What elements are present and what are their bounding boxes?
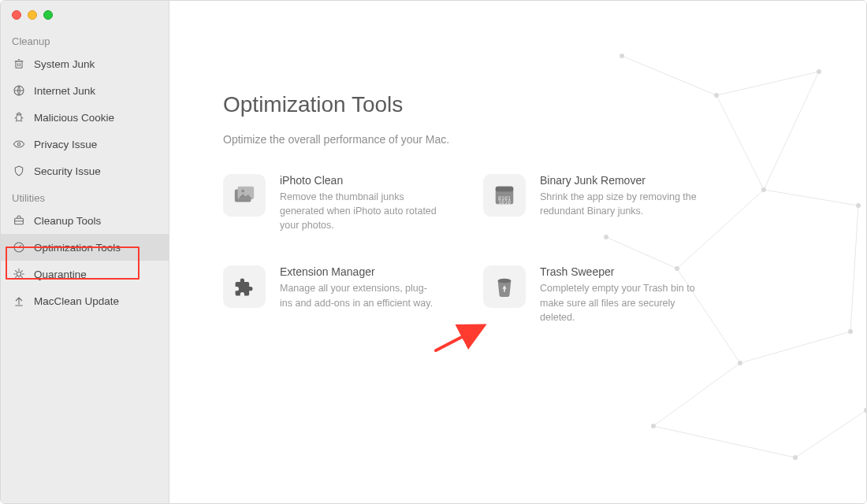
page-subtitle: Optimize the overall performance of your… (223, 133, 449, 146)
tool-title: iPhoto Clean (280, 174, 475, 187)
puzzle-icon (223, 265, 266, 308)
gauge-icon (12, 240, 26, 254)
sidebar-item-label: MacClean Update (34, 295, 119, 307)
svg-line-8 (716, 72, 819, 95)
trash-icon (12, 57, 26, 71)
tool-text: Binary Junk Remover Shrink the app size … (540, 174, 735, 218)
tool-title: Extension Manager (280, 265, 475, 278)
sidebar-item-label: Cleanup Tools (34, 215, 101, 227)
sidebar-item-label: Malicious Cookie (34, 112, 114, 124)
svg-point-29 (651, 424, 656, 428)
sidebar-item-quarantine[interactable]: Quarantine (1, 261, 169, 287)
svg-point-3 (17, 143, 20, 145)
svg-point-30 (793, 455, 798, 460)
sidebar-item-label: Security Issue (34, 165, 101, 177)
svg-point-21 (714, 93, 719, 98)
binary-icon: 01011010 (483, 174, 526, 217)
sidebar-item-label: Quarantine (34, 269, 87, 280)
tool-desc: Shrink the app size by removing the redu… (540, 190, 698, 218)
svg-text:1010: 1010 (498, 199, 511, 206)
main-content: Optimization Tools Optimize the overall … (169, 1, 866, 503)
tool-iphoto-clean[interactable]: iPhoto Clean Remove the thumbnail junks … (223, 174, 475, 232)
sidebar-item-optimization-tools[interactable]: Optimization Tools (1, 234, 169, 261)
sidebar-item-system-junk[interactable]: System Junk (1, 50, 169, 77)
svg-point-2 (17, 115, 22, 121)
virus-icon (12, 267, 26, 281)
tool-text: Trash Sweeper Completely empty your Tras… (540, 265, 735, 324)
upload-icon (12, 294, 26, 308)
sidebar-item-cleanup-tools[interactable]: Cleanup Tools (1, 207, 169, 234)
svg-point-39 (498, 279, 512, 284)
sidebar-item-privacy-issue[interactable]: Privacy Issue (1, 131, 169, 158)
sidebar-item-label: Internet Junk (34, 85, 95, 97)
svg-point-6 (17, 272, 20, 276)
svg-point-20 (620, 54, 624, 58)
sidebar: Cleanup System Junk Internet Junk Malici… (1, 1, 169, 503)
tool-grid: iPhoto Clean Remove the thumbnail junks … (223, 174, 735, 324)
close-icon[interactable] (12, 10, 21, 20)
tool-desc: Manage all your extensions, plug-ins and… (280, 281, 437, 309)
sidebar-item-internet-junk[interactable]: Internet Junk (1, 77, 169, 104)
window-controls (1, 1, 169, 28)
toolbox-icon (12, 213, 26, 228)
annotation-arrow-icon (430, 322, 493, 354)
sidebar-item-macclean-update[interactable]: MacClean Update (1, 287, 169, 314)
svg-point-24 (856, 203, 861, 208)
app-window: Cleanup System Junk Internet Junk Malici… (0, 0, 867, 504)
svg-point-23 (761, 187, 766, 192)
tool-text: Extension Manager Manage all your extens… (280, 265, 475, 309)
svg-line-15 (653, 363, 740, 426)
tool-extension-manager[interactable]: Extension Manager Manage all your extens… (223, 265, 475, 324)
svg-rect-36 (496, 187, 514, 192)
sidebar-item-malicious-cookie[interactable]: Malicious Cookie (1, 104, 169, 131)
sidebar-item-label: System Junk (34, 58, 95, 70)
photos-icon (223, 174, 266, 217)
zoom-icon[interactable] (43, 10, 53, 20)
tool-binary-junk-remover[interactable]: 01011010 Binary Junk Remover Shrink the … (483, 174, 735, 232)
sidebar-item-label: Privacy Issue (34, 139, 97, 150)
shield-icon (12, 164, 26, 178)
sidebar-item-label: Optimization Tools (34, 242, 121, 254)
tool-title: Binary Junk Remover (540, 174, 735, 187)
tool-desc: Remove the thumbnail junks generated whe… (280, 190, 437, 232)
tool-text: iPhoto Clean Remove the thumbnail junks … (280, 174, 475, 232)
svg-rect-0 (16, 61, 22, 69)
svg-line-7 (622, 56, 716, 95)
bug-icon (12, 110, 26, 124)
tool-desc: Completely empty your Trash bin to make … (540, 281, 698, 324)
sidebar-item-security-issue[interactable]: Security Issue (1, 158, 169, 184)
svg-point-22 (817, 69, 821, 74)
svg-point-34 (241, 190, 244, 193)
page-title: Optimization Tools (223, 92, 403, 117)
minimize-icon[interactable] (28, 10, 37, 20)
svg-line-19 (850, 206, 858, 332)
svg-line-16 (653, 426, 795, 458)
svg-line-14 (740, 332, 850, 363)
svg-line-17 (795, 410, 866, 458)
tool-title: Trash Sweeper (540, 265, 735, 278)
svg-point-27 (738, 361, 742, 365)
tool-trash-sweeper[interactable]: Trash Sweeper Completely empty your Tras… (483, 265, 735, 324)
sidebar-section-utilities: Utilities (1, 184, 169, 207)
sidebar-section-cleanup: Cleanup (1, 28, 169, 50)
svg-point-28 (848, 329, 853, 334)
eye-icon (12, 137, 26, 151)
svg-line-18 (764, 72, 819, 190)
recycle-bin-icon (483, 265, 526, 308)
globe-icon (12, 83, 26, 98)
svg-line-10 (764, 190, 858, 206)
svg-line-40 (436, 328, 478, 350)
